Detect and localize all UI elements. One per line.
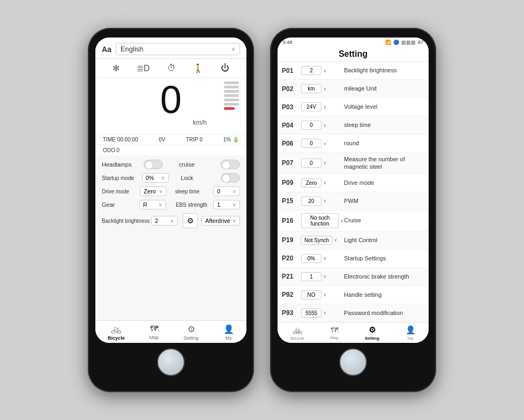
- timer-icon[interactable]: ⏱: [167, 63, 176, 73]
- sleep-time-value: 0: [217, 188, 220, 194]
- chevron-down-icon: ∨: [233, 218, 236, 223]
- ebs-dropdown[interactable]: 1 ∨: [213, 200, 240, 209]
- tab-setting[interactable]: ⚙ Setting: [184, 324, 199, 341]
- afterdrive-dropdown[interactable]: Afterdrive ∨: [201, 216, 240, 226]
- setting-icon: ⚙: [188, 324, 195, 334]
- param-value-wrap[interactable]: Not Synch∨: [301, 236, 344, 245]
- walk-icon[interactable]: 🚶: [193, 63, 204, 73]
- param-name: PWM: [344, 197, 424, 205]
- tab-my[interactable]: 👤 My: [223, 324, 234, 341]
- param-name: Drive mode: [344, 179, 424, 186]
- home-button-right[interactable]: [339, 348, 367, 376]
- param-value: NO: [301, 290, 321, 299]
- tab-bicycle[interactable]: 🚲 Bicycle: [108, 324, 125, 341]
- startup-mode-value: 0%: [146, 175, 154, 181]
- param-value-wrap[interactable]: 0∨: [301, 121, 344, 130]
- sleep-time-dropdown[interactable]: 0 ∨: [213, 186, 240, 196]
- param-code: P19: [282, 236, 301, 244]
- cruise-toggle[interactable]: [221, 160, 240, 169]
- headlamps-toggle[interactable]: [144, 160, 163, 169]
- setting-row: P935555∨Password modification: [278, 304, 429, 322]
- param-value: Not Synch: [301, 236, 332, 245]
- setting-row: P200%∨Startup Settings: [278, 250, 429, 268]
- setting-row: P070∨Measure the number of magnetic stee…: [278, 153, 429, 174]
- afterdrive-value: Afterdrive: [205, 218, 230, 224]
- ebs-label: EBS strength: [176, 202, 208, 208]
- chevron-down-icon: ∨: [323, 68, 327, 73]
- odo-label: ODO: [103, 147, 117, 153]
- time-value: 00:00:00: [117, 137, 138, 142]
- control-row-2: Startup mode 0% ∨ Lock: [102, 173, 240, 183]
- right-bicycle-icon: 🚲: [293, 325, 303, 335]
- chevron-down-icon: ∨: [334, 237, 338, 243]
- status-bar: 5:48 📶 🔵 ▥▥▥ 87: [278, 38, 429, 46]
- param-name: round: [344, 139, 424, 147]
- param-value-wrap[interactable]: 20∨: [301, 197, 344, 206]
- param-name: Cruise: [344, 216, 424, 224]
- battery-status: 87: [418, 40, 423, 45]
- gear-dropdown[interactable]: R ∨: [139, 200, 166, 209]
- param-value-wrap[interactable]: 2∨: [301, 66, 344, 75]
- param-value-wrap[interactable]: 0∨: [301, 159, 344, 168]
- odo-stat: ODO 0: [103, 147, 119, 153]
- battery-pct-value: 1%: [223, 137, 231, 142]
- backlight-dropdown[interactable]: 2 ∨: [151, 216, 178, 226]
- param-value-wrap[interactable]: Zero∨: [301, 178, 344, 188]
- setting-row: P09Zero∨Drive mode: [278, 174, 429, 192]
- gear-label: Gear: [102, 201, 134, 208]
- param-value-wrap[interactable]: 0∨: [301, 139, 344, 148]
- startup-mode-dropdown[interactable]: 0% ∨: [142, 173, 169, 183]
- language-selector[interactable]: English ∨: [116, 43, 240, 55]
- power-icon[interactable]: ⏻: [221, 63, 229, 73]
- bar-7: [224, 107, 235, 110]
- right-tab-map[interactable]: 🗺 Map: [330, 325, 339, 341]
- gear-value: R: [143, 201, 147, 208]
- param-name: mileage Unit: [344, 85, 424, 92]
- tab-map-label: Map: [149, 335, 159, 340]
- tab-setting-label: Setting: [184, 335, 199, 341]
- param-value-wrap[interactable]: 24V∨: [301, 102, 344, 111]
- param-value: 0: [301, 139, 321, 148]
- tab-map[interactable]: 🗺 Map: [149, 324, 159, 341]
- right-tab-bicycle[interactable]: 🚲 Bicycle: [290, 325, 304, 341]
- param-value-wrap[interactable]: NO∨: [301, 290, 344, 299]
- right-my-icon: 👤: [406, 325, 416, 335]
- param-value: Zero: [301, 178, 321, 188]
- param-value-wrap[interactable]: 5555∨: [301, 309, 344, 318]
- left-header: Aa English ∨: [95, 38, 246, 59]
- left-screen: Aa English ∨ ✻ ≣D ⏱ 🚶 ⏻: [95, 38, 246, 343]
- bar-4: [224, 94, 239, 97]
- setting-row: P040∨sleep time: [278, 116, 429, 134]
- gear-settings-icon[interactable]: ⚙: [183, 213, 198, 228]
- right-setting-icon: ⚙: [369, 325, 376, 335]
- trip-value: 0: [199, 137, 203, 142]
- param-code: P16: [282, 217, 301, 224]
- setting-row: P012∨Backlight brightness: [278, 62, 429, 80]
- display-icon[interactable]: ≣D: [137, 63, 150, 73]
- bar-2: [224, 86, 239, 88]
- backlight-label: Backlight brightness: [102, 218, 150, 224]
- startup-mode-label: Startup mode: [102, 175, 134, 181]
- right-tab-my[interactable]: 👤 My: [406, 325, 416, 341]
- param-value-wrap[interactable]: No such function∨: [301, 213, 344, 228]
- home-button-left[interactable]: [157, 348, 185, 376]
- drive-mode-dropdown[interactable]: Zero ∨: [140, 186, 167, 196]
- chevron-down-icon: ∨: [323, 160, 327, 166]
- tab-my-label: My: [226, 335, 232, 341]
- chevron-down-icon: ∨: [323, 123, 327, 128]
- setting-row: P0324V∨Voltage level: [278, 98, 429, 116]
- param-value-wrap[interactable]: km∨: [301, 84, 344, 93]
- param-code: P06: [282, 140, 301, 147]
- param-code: P20: [282, 254, 301, 262]
- param-value-wrap[interactable]: 1∨: [301, 272, 344, 281]
- bluetooth-icon[interactable]: ✻: [113, 63, 119, 73]
- time-stat: TIME 00:00:00: [103, 137, 138, 142]
- headlamps-label: Headlamps: [102, 161, 134, 168]
- right-map-icon: 🗺: [331, 325, 339, 334]
- param-value: km: [301, 84, 321, 93]
- right-tab-setting[interactable]: ⚙ Setting: [365, 325, 379, 341]
- page-title: Setting: [278, 46, 429, 62]
- lock-toggle[interactable]: [221, 173, 240, 183]
- param-name: sleep time: [344, 121, 424, 129]
- param-value-wrap[interactable]: 0%∨: [301, 254, 344, 263]
